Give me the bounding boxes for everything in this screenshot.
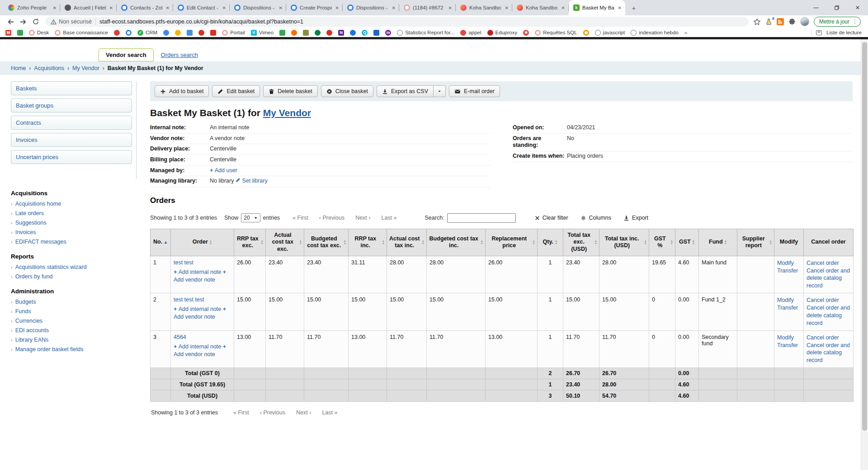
sidebar-link[interactable]: EDI accounts (15, 326, 49, 335)
sidebar-link[interactable]: EDIFACT messages (15, 237, 66, 247)
sidebar-box-basket-groups[interactable]: Basket groups (11, 99, 132, 113)
tab-close-icon[interactable]: ✕ (222, 5, 227, 11)
bookmark-item-30[interactable]: javascript (595, 30, 625, 36)
sidebar-link[interactable]: Manage order basket fields (15, 345, 84, 354)
bookmark-star-icon[interactable] (753, 18, 761, 26)
browser-tab-1[interactable]: Accueil | Fidelibu✕ (60, 0, 117, 15)
modify-order-link[interactable]: Modify (777, 259, 801, 267)
profile-avatar[interactable] (800, 17, 809, 26)
bookmark-item-14[interactable] (279, 30, 285, 36)
column-header-replacement-price[interactable]: Replacement price▲▼ (486, 229, 538, 256)
tab-close-icon[interactable]: ✕ (448, 5, 453, 11)
bookmark-item-12[interactable]: Portail (222, 30, 245, 36)
bookmark-item-2[interactable]: Desk (29, 30, 49, 36)
bookmark-item-28[interactable]: Requêtes SQL (535, 30, 577, 36)
vendor-link[interactable]: My Vendor (263, 108, 311, 118)
bookmarks-overflow-chevron[interactable]: » (684, 30, 687, 35)
tab-close-icon[interactable]: ✕ (561, 5, 566, 11)
tab-close-icon[interactable]: ✕ (617, 5, 623, 11)
bookmark-item-24[interactable]: Statistics Report for... (397, 30, 454, 36)
bookmark-item-5[interactable] (126, 30, 132, 36)
sidebar-item-edi-accounts[interactable]: ›EDI accounts (11, 326, 132, 335)
bookmark-item-25[interactable]: appel (460, 30, 481, 36)
bookmark-item-18[interactable] (326, 30, 332, 36)
bookmark-item-11[interactable] (210, 30, 216, 36)
tab-close-icon[interactable]: ✕ (504, 5, 509, 11)
column-header-rrp-tax-exc-[interactable]: RRP tax exc.▲▼ (234, 229, 266, 256)
sidebar-item-funds[interactable]: ›Funds (11, 307, 132, 316)
pagination-previous-button[interactable]: ‹ Previous (319, 215, 344, 221)
tab-close-icon[interactable]: ✕ (52, 5, 57, 11)
column-header-actual-cost-tax-exc-[interactable]: Actual cost tax exc.▲▼ (266, 229, 304, 256)
security-indicator[interactable]: Non sécurisé (51, 19, 92, 25)
browser-tab-4[interactable]: Dispositions - Zo✕ (230, 0, 286, 15)
columns-button[interactable]: Columns (580, 215, 611, 221)
modify-order-link[interactable]: Modify (777, 296, 801, 304)
add-internal-note-link[interactable]: + Add internal note (174, 306, 223, 312)
pagination-next-button[interactable]: Next › (296, 409, 311, 416)
pagination-first-button[interactable]: « First (292, 215, 308, 221)
bookmark-item-10[interactable] (198, 30, 204, 36)
sidebar-link[interactable]: Budgets (15, 297, 36, 307)
bookmark-item-4[interactable] (114, 30, 120, 36)
sidebar-item-late-orders[interactable]: ›Late orders (11, 209, 132, 218)
sidebar-item-acquisitions-statistics-wizard[interactable]: ›Acquisitions statistics wizard (11, 263, 132, 272)
pagination-last-button[interactable]: Last » (322, 409, 337, 416)
browser-tab-7[interactable]: (1184) #8672 - C✕ (399, 0, 456, 15)
sidebar-item-manage-order-basket-fields[interactable]: ›Manage order basket fields (11, 345, 132, 354)
bookmark-item-8[interactable] (175, 30, 181, 36)
column-header-actual-cost-tax-inc-[interactable]: Actual cost tax inc.▲▼ (387, 229, 427, 256)
minimize-button[interactable]: — (806, 0, 826, 15)
order-title-link[interactable]: test test (174, 259, 193, 266)
pagination-previous-button[interactable]: ‹ Previous (260, 409, 285, 416)
bookmark-item-13[interactable]: VVimeo (251, 30, 274, 36)
browser-tab-8[interactable]: Koha Sandbox M✕ (456, 0, 512, 15)
back-icon[interactable] (5, 16, 16, 28)
bookmark-item-29[interactable] (583, 30, 589, 36)
tab-close-icon[interactable]: ✕ (391, 5, 396, 11)
modify-order-link[interactable]: Modify (777, 334, 801, 342)
pagination-first-button[interactable]: « First (233, 409, 249, 416)
column-header-order[interactable]: Order▲▼ (171, 229, 234, 256)
tab-close-icon[interactable]: ✕ (108, 5, 114, 11)
sidebar-box-uncertain-prices[interactable]: Uncertain prices (11, 150, 132, 164)
pagination-last-button[interactable]: Last » (381, 215, 396, 221)
sidebar-link[interactable]: Library EANs (15, 335, 49, 345)
column-header-rrp-tax-inc-[interactable]: RRP tax inc.▲▼ (349, 229, 387, 256)
transfer-order-link[interactable]: Transfer (777, 342, 801, 349)
browser-tab-0[interactable]: Zoho People✕ (4, 0, 60, 15)
pagination-next-button[interactable]: Next › (355, 215, 370, 221)
tab-orders-search[interactable]: Orders search (161, 52, 198, 61)
reading-list-button[interactable]: Liste de lecture (826, 30, 862, 35)
delete-basket-button[interactable]: Delete basket (263, 85, 317, 97)
browser-tab-9[interactable]: Koha Sandbox M✕ (512, 0, 569, 15)
browser-tab-2[interactable]: Contacts - Zoho✕ (117, 0, 173, 15)
edit-basket-button[interactable]: Edit basket (212, 85, 260, 97)
export-as-csv-button[interactable]: Export as CSV (377, 85, 434, 97)
cancel-order-link[interactable]: Cancel order (807, 259, 850, 267)
cancel-order-and-delete-catalog-record-link[interactable]: Cancel order and delete catalog record (807, 267, 850, 290)
sidebar-item-edifact-messages[interactable]: ›EDIFACT messages (11, 237, 132, 247)
sidebar-link[interactable]: Acquisitions statistics wizard (15, 263, 87, 272)
column-header-qty-[interactable]: Qty.▲▼ (538, 229, 563, 256)
bookmark-item-3[interactable]: Base connaissance (55, 30, 108, 36)
sidebar-item-acquisitions-home[interactable]: ›Acquisitions home (11, 199, 132, 209)
sidebar-link[interactable]: Currencies (15, 316, 42, 326)
bookmark-item-9[interactable] (187, 30, 193, 36)
sidebar-link[interactable]: Funds (15, 307, 31, 316)
scrollbar-thumb[interactable] (862, 42, 867, 431)
sidebar-item-budgets[interactable]: ›Budgets (11, 297, 132, 307)
bookmark-item-16[interactable] (303, 30, 309, 36)
tab-vendor-search[interactable]: Vendor search (99, 48, 154, 61)
column-header-budgeted-cost-tax-inc-[interactable]: Budgeted cost tax inc.▲▼ (427, 229, 486, 256)
breadcrumb-link-0[interactable]: Home (11, 65, 26, 71)
cancel-order-and-delete-catalog-record-link[interactable]: Cancel order and delete catalog record (807, 304, 850, 327)
search-input[interactable] (447, 213, 516, 223)
sidebar-item-suggestions[interactable]: ›Suggestions (11, 218, 132, 228)
sidebar-box-baskets[interactable]: Baskets (11, 81, 132, 95)
forward-icon[interactable] (17, 16, 29, 28)
sidebar-item-currencies[interactable]: ›Currencies (11, 316, 132, 326)
update-browser-button[interactable]: Mettre à jour ⋮ (814, 17, 861, 27)
column-header-total-tax-exc-usd-[interactable]: Total tax exc. (USD)▲▼ (563, 229, 599, 256)
column-header-gst-[interactable]: GST %▲▼ (649, 229, 675, 256)
